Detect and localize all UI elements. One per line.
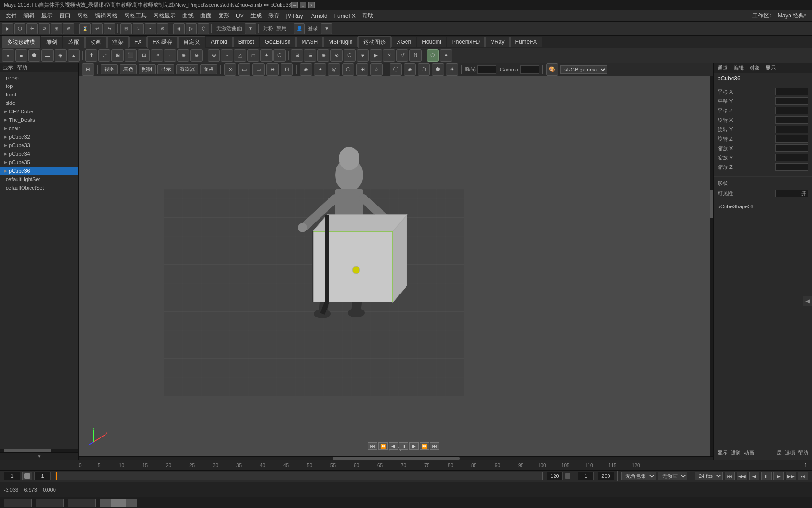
mode-custom[interactable]: 自定义 (178, 36, 205, 48)
offset-edgeloop-btn[interactable]: ⊟ (304, 49, 316, 62)
menu-mesh[interactable]: 网格 (74, 11, 91, 21)
collapse-btn[interactable]: ▼ (357, 49, 369, 62)
render-btn[interactable]: ▷ (186, 23, 197, 34)
glow-btn[interactable]: ☀ (446, 64, 458, 76)
play-back-btn[interactable]: ◀ (389, 442, 398, 450)
average-btn[interactable]: ≈ (221, 49, 233, 62)
prop-value[interactable] (775, 88, 808, 95)
mode-vray[interactable]: VRay (485, 37, 509, 47)
color-btn[interactable]: ⬟ (432, 64, 444, 76)
menu-generate[interactable]: 生成 (248, 11, 265, 21)
workspace-value[interactable]: Maya 经典* (775, 11, 809, 21)
tab-edit[interactable]: 编辑 (732, 64, 746, 72)
menu-edit[interactable]: 编辑 (21, 11, 38, 21)
transform-btn[interactable]: ⊕ (63, 23, 74, 34)
triangulate-btn[interactable]: △ (234, 49, 246, 62)
mode-arnold[interactable]: Arnold (206, 37, 233, 47)
colorspace-select[interactable]: sRGB gamma (560, 65, 607, 74)
end-frame-input[interactable] (547, 472, 563, 480)
connect-btn[interactable]: ⊕ (317, 49, 329, 62)
frame-all-btn[interactable]: ⬡ (342, 64, 354, 76)
maximize-button[interactable]: □ (300, 2, 306, 8)
scene-item-chair[interactable]: ▶ chair (0, 124, 78, 133)
prev-frame-btn2[interactable]: ◀◀ (737, 472, 747, 480)
anim-layer-select[interactable]: 无动画 (658, 472, 687, 480)
scene-item-pcube33[interactable]: ▶ pCube33 (0, 141, 78, 150)
end-frame-marker[interactable] (565, 473, 570, 479)
progress-bar[interactable] (100, 499, 137, 507)
frame-value2[interactable] (34, 472, 51, 480)
next-frame-btn[interactable]: ⏩ (420, 442, 429, 450)
scale-btn[interactable]: ⊞ (51, 23, 62, 34)
coord-input-x[interactable] (4, 499, 32, 507)
film-origin-btn[interactable]: ⊕ (266, 64, 279, 76)
minimize-button[interactable]: ─ (291, 2, 298, 8)
prop-value[interactable] (775, 107, 808, 114)
menu-options[interactable]: 选项 (785, 449, 795, 456)
next-frame-btn2[interactable]: ▶▶ (786, 472, 796, 480)
anim-dropdown-btn[interactable]: ▼ (245, 23, 256, 34)
extract-btn[interactable]: ↗ (151, 49, 163, 62)
lighting-menu-btn[interactable]: 照明 (139, 64, 156, 74)
prop-value[interactable] (775, 126, 808, 133)
insert-edgeloop-btn[interactable]: ⊞ (291, 49, 303, 62)
prop-value[interactable] (775, 190, 808, 197)
snap-point-btn[interactable]: • (145, 23, 156, 34)
select-all-btn[interactable]: ◈ (300, 64, 312, 76)
user-account-btn[interactable]: 👤 (294, 23, 305, 34)
render-settings-btn[interactable]: ◈ (173, 23, 185, 34)
renderer-menu-btn[interactable]: 渲染器 (176, 64, 198, 74)
scene-item-pcube32[interactable]: ▶ pCube32 (0, 133, 78, 141)
duplicate-btn[interactable]: ⊡ (138, 49, 150, 62)
scene-item-pcube34[interactable]: ▶ pCube34 (0, 150, 78, 158)
scene-item-defaultlightset[interactable]: defaultLightSet (0, 175, 78, 183)
hscroll-thumb[interactable] (333, 457, 460, 460)
menu-file[interactable]: 文件 (3, 11, 20, 21)
panels-menu-btn[interactable]: 面板 (200, 64, 217, 74)
play-back-btn2[interactable]: ◀ (749, 472, 759, 480)
fps-select[interactable]: 24 fps (695, 472, 723, 480)
mode-render[interactable]: 渲染 (107, 36, 129, 48)
tab-animation[interactable]: 动画 (744, 449, 754, 456)
poly-torus-btn[interactable]: ◉ (55, 49, 67, 62)
mode-fx[interactable]: FX (129, 37, 147, 47)
tab-display2[interactable]: 显示 (764, 64, 778, 72)
prop-value[interactable] (775, 144, 808, 152)
play-fwd-btn[interactable]: ▶ (773, 472, 784, 480)
scene-item-desks[interactable]: ▶ The_Desks (0, 116, 78, 124)
scene-item-front[interactable]: front (0, 90, 78, 99)
stop-btn2[interactable]: ⏸ (761, 472, 772, 480)
viewport-canvas[interactable]: persp X Y Z ⏮ ⏪ ◀ ⏸ ▶ ⏩ ⏭ (79, 76, 713, 456)
bridge-btn[interactable]: ⇌ (98, 49, 110, 62)
poly-cube-btn[interactable]: ■ (15, 49, 27, 62)
hud-btn[interactable]: ⓘ (390, 64, 402, 76)
frame-selected-btn[interactable]: ⊞ (356, 64, 368, 76)
flip-btn[interactable]: ⇅ (409, 49, 422, 62)
combine-btn[interactable]: ⊕ (177, 49, 189, 62)
snap-curve-btn[interactable]: ≈ (133, 23, 144, 34)
tab-display3[interactable]: 显示 (718, 449, 728, 456)
menu-meshdisplay[interactable]: 网格显示 (150, 11, 179, 21)
snap-view-btn[interactable]: ⊗ (157, 23, 168, 34)
menu-help2[interactable]: 帮助 (798, 449, 808, 456)
snap-live-btn[interactable]: ✦ (314, 64, 326, 76)
scene-item-defaultobjectset[interactable]: defaultObjectSet (0, 183, 78, 192)
exposure-value[interactable]: 0.00 (477, 65, 496, 74)
merge-btn[interactable]: ▶ (370, 49, 382, 62)
menu-meshtool[interactable]: 网格工具 (121, 11, 149, 21)
resolution-gate-btn[interactable]: ▭ (252, 64, 265, 76)
menu-fumefx[interactable]: FumeFX (331, 12, 359, 20)
rotate-btn[interactable]: ↺ (39, 23, 50, 34)
history-btn[interactable]: ⌛ (79, 23, 91, 34)
separate-btn[interactable]: ↔ (164, 49, 176, 62)
viewport-vscroll[interactable] (710, 76, 713, 456)
poly-plane-btn[interactable]: ▬ (41, 49, 54, 62)
undo-btn[interactable]: ↩ (92, 23, 103, 34)
snap-grid-btn[interactable]: ⊞ (120, 23, 132, 34)
coord-input-z[interactable] (68, 499, 96, 507)
menu-display[interactable]: 显示 (39, 11, 55, 21)
gamma-value[interactable]: 1.00 (520, 65, 539, 74)
menu-curves[interactable]: 曲线 (180, 11, 196, 21)
mode-xgen[interactable]: XGen (391, 37, 416, 47)
isolate-btn[interactable]: ◎ (328, 64, 340, 76)
